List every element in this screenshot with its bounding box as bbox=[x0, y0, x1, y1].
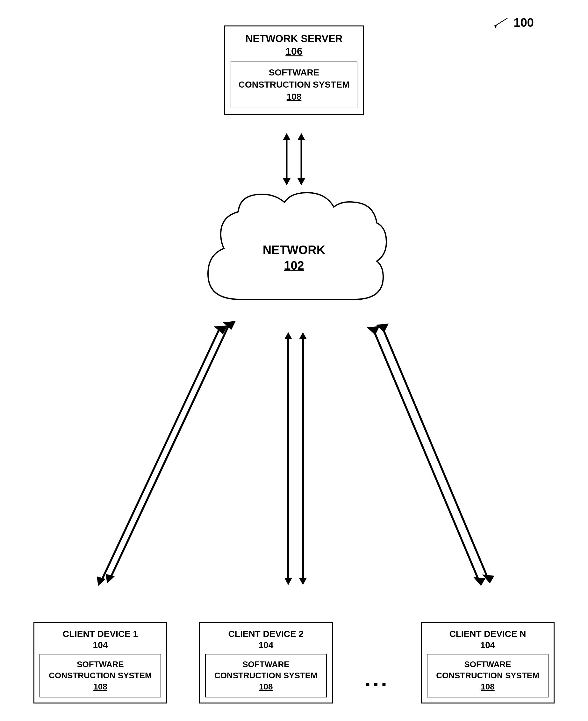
client2-scs-label: SOFTWARE CONSTRUCTION SYSTEM 108 bbox=[209, 659, 323, 692]
server-name: NETWORK SERVER bbox=[245, 33, 342, 44]
server-scs-text: SOFTWARE CONSTRUCTION SYSTEM bbox=[238, 67, 350, 89]
server-scs-label: SOFTWARE CONSTRUCTION SYSTEM 108 bbox=[235, 67, 353, 103]
server-scs-ref: 108 bbox=[287, 92, 302, 102]
arrow-end2-client1 bbox=[106, 574, 115, 584]
clientn-scs-ref: 108 bbox=[481, 682, 495, 692]
ref-100-label: 100 bbox=[514, 16, 534, 29]
clientn-label: CLIENT DEVICE N 104 bbox=[427, 628, 548, 651]
client1-name: CLIENT DEVICE 1 bbox=[63, 629, 138, 639]
svg-line-10 bbox=[111, 325, 229, 577]
network-name: NETWORK bbox=[263, 243, 325, 257]
svg-line-9 bbox=[102, 328, 220, 579]
clientn-ref: 104 bbox=[480, 640, 495, 650]
arrow-100-icon bbox=[491, 17, 510, 29]
client2-name: CLIENT DEVICE 2 bbox=[228, 629, 303, 639]
client1-ref: 104 bbox=[93, 640, 108, 650]
clientn-name: CLIENT DEVICE N bbox=[449, 629, 526, 639]
client1-inner-box: SOFTWARE CONSTRUCTION SYSTEM 108 bbox=[40, 654, 161, 697]
svg-marker-1 bbox=[494, 25, 497, 29]
arrow-down-cloud-client2 bbox=[285, 578, 292, 585]
svg-line-0 bbox=[495, 18, 507, 26]
client2-inner-box: SOFTWARE CONSTRUCTION SYSTEM 108 bbox=[205, 654, 327, 697]
arrow-up2-server-cloud bbox=[297, 133, 305, 140]
clientn-inner-box: SOFTWARE CONSTRUCTION SYSTEM 108 bbox=[427, 654, 548, 697]
network-label: NETWORK 102 bbox=[263, 242, 325, 274]
clientn-scs-text: SOFTWARE CONSTRUCTION SYSTEM bbox=[436, 660, 539, 680]
client-devices-row: CLIENT DEVICE 1 104 SOFTWARE CONSTRUCTIO… bbox=[0, 622, 588, 703]
client1-scs-text: SOFTWARE CONSTRUCTION SYSTEM bbox=[49, 660, 152, 680]
server-ref: 106 bbox=[286, 45, 302, 57]
client2-label: CLIENT DEVICE 2 104 bbox=[205, 628, 327, 651]
client-device-n-box: CLIENT DEVICE N 104 SOFTWARE CONSTRUCTIO… bbox=[421, 622, 554, 703]
arrow-down2-cloud-client2 bbox=[299, 578, 307, 585]
server-label: NETWORK SERVER 106 bbox=[231, 32, 357, 58]
clientn-scs-label: SOFTWARE CONSTRUCTION SYSTEM 108 bbox=[430, 659, 545, 692]
client2-scs-ref: 108 bbox=[259, 682, 273, 692]
server-inner-box: SOFTWARE CONSTRUCTION SYSTEM 108 bbox=[231, 61, 357, 108]
reference-100: 100 bbox=[491, 16, 534, 29]
network-cloud: NETWORK 102 bbox=[189, 178, 399, 338]
client-device-2-box: CLIENT DEVICE 2 104 SOFTWARE CONSTRUCTIO… bbox=[199, 622, 333, 703]
client1-label: CLIENT DEVICE 1 104 bbox=[40, 628, 161, 651]
network-server-box: NETWORK SERVER 106 SOFTWARE CONSTRUCTION… bbox=[224, 25, 364, 115]
arrow-end-clientn bbox=[473, 577, 485, 586]
client2-scs-text: SOFTWARE CONSTRUCTION SYSTEM bbox=[214, 660, 318, 680]
svg-line-14 bbox=[382, 325, 487, 577]
arrow-up-server-cloud bbox=[283, 133, 291, 140]
client-device-1-box: CLIENT DEVICE 1 104 SOFTWARE CONSTRUCTIO… bbox=[34, 622, 167, 703]
arrow-end2-clientn bbox=[482, 574, 495, 584]
arrow-end-client1 bbox=[97, 576, 106, 586]
client1-scs-ref: 108 bbox=[93, 682, 107, 692]
svg-line-13 bbox=[373, 328, 478, 579]
client2-ref: 104 bbox=[259, 640, 274, 650]
network-ref: 102 bbox=[284, 259, 304, 272]
client1-scs-label: SOFTWARE CONSTRUCTION SYSTEM 108 bbox=[43, 659, 158, 692]
ellipsis-dots: ... bbox=[365, 666, 389, 692]
diagram-container: 100 NETWORK SERVER 106 SOFTWARE CONSTRUC… bbox=[0, 0, 588, 721]
